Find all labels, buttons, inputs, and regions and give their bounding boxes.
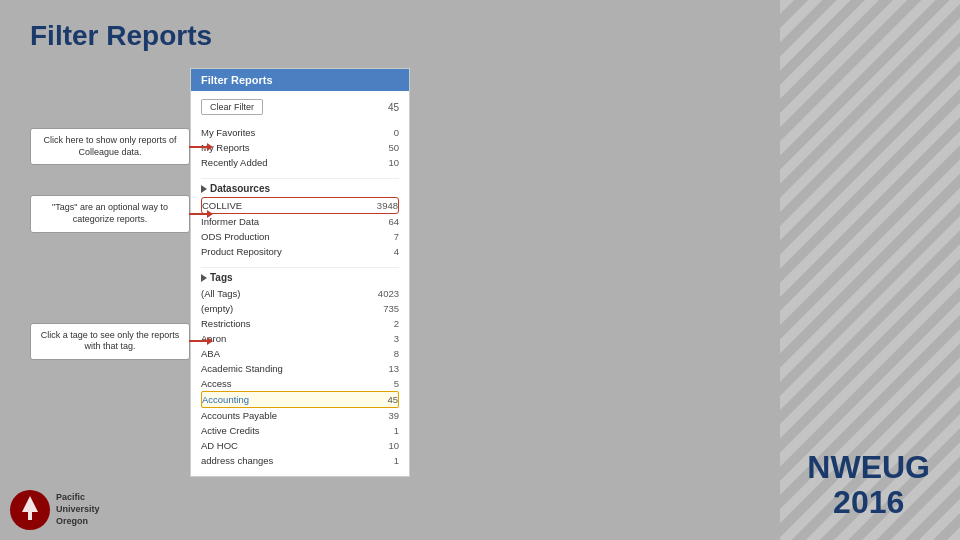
page-title: Filter Reports [30,20,930,52]
tags-label: Tags [210,272,233,283]
datasource-ods-label: ODS Production [201,231,270,242]
datasources-triangle-icon [201,185,207,193]
logo-area: Pacific University Oregon [10,490,100,530]
main-content: Filter Reports Click here to show only r… [0,0,960,540]
svg-rect-4 [28,512,32,520]
total-count: 45 [388,102,399,113]
logo-text: Pacific University Oregon [56,492,100,527]
tag-row-7[interactable]: Accounting45 [201,391,399,408]
tag-count-11: 1 [394,455,399,466]
tag-row-6[interactable]: Access5 [201,376,399,391]
tag-row-0[interactable]: (All Tags)4023 [201,286,399,301]
tag-count-4: 8 [394,348,399,359]
tag-label-9: Active Credits [201,425,260,436]
tag-row-3[interactable]: Aaron3 [201,331,399,346]
tag-label-11: address changes [201,455,273,466]
clear-filter-button[interactable]: Clear Filter [201,99,263,115]
tag-row-1[interactable]: (empty)735 [201,301,399,316]
datasource-collive-count: 3948 [377,200,398,211]
tag-label-8: Accounts Payable [201,410,277,421]
datasource-product-label: Product Repository [201,246,282,257]
tag-label-2: Restrictions [201,318,251,329]
my-reports-row[interactable]: My Reports 50 [201,140,399,155]
logo-circle [10,490,50,530]
tag-label-4: ABA [201,348,220,359]
tag-count-8: 39 [388,410,399,421]
callouts-column: Click here to show only reports of Colle… [30,68,190,477]
tag-row-10[interactable]: AD HOC10 [201,438,399,453]
my-favorites-row[interactable]: My Favorites 0 [201,125,399,140]
tag-label-7: Accounting [202,394,249,405]
recently-added-label: Recently Added [201,157,268,168]
tags-list: (All Tags)4023(empty)735Restrictions2Aar… [201,286,399,468]
callout-tags: "Tags" are an optional way to categorize… [30,195,190,232]
tag-row-2[interactable]: Restrictions2 [201,316,399,331]
tag-count-6: 5 [394,378,399,389]
datasource-informer-row[interactable]: Informer Data 64 [201,214,399,229]
tag-label-10: AD HOC [201,440,238,451]
clear-filter-row: Clear Filter 45 [201,99,399,115]
datasource-collive-row[interactable]: COLLIVE 3948 [201,197,399,214]
tag-count-3: 3 [394,333,399,344]
datasource-product-count: 4 [394,246,399,257]
tags-triangle-icon [201,274,207,282]
tags-header[interactable]: Tags [201,267,399,286]
filter-panel-header: Filter Reports [191,69,409,91]
tag-count-1: 735 [383,303,399,314]
datasource-informer-count: 64 [388,216,399,227]
my-reports-count: 50 [388,142,399,153]
callout-arrow-3 [189,340,209,342]
callout-tag-click: Click a tage to see only the reports wit… [30,323,190,360]
tag-label-6: Access [201,378,232,389]
tag-row-4[interactable]: ABA8 [201,346,399,361]
datasources-label: Datasources [210,183,270,194]
recently-added-count: 10 [388,157,399,168]
bottom-area: Pacific University Oregon [10,490,100,530]
filter-panel-body: Clear Filter 45 My Favorites 0 My Report… [191,91,409,476]
tag-label-1: (empty) [201,303,233,314]
tag-row-11[interactable]: address changes1 [201,453,399,468]
tag-row-9[interactable]: Active Credits1 [201,423,399,438]
callout-arrow-2 [189,213,209,215]
filter-panel: Filter Reports Clear Filter 45 My Favori… [190,68,410,477]
tag-label-0: (All Tags) [201,288,240,299]
tag-count-0: 4023 [378,288,399,299]
tag-count-5: 13 [388,363,399,374]
datasource-product-row[interactable]: Product Repository 4 [201,244,399,259]
tag-row-8[interactable]: Accounts Payable39 [201,408,399,423]
datasource-ods-count: 7 [394,231,399,242]
recently-added-row[interactable]: Recently Added 10 [201,155,399,170]
callout-arrow-1 [189,146,209,148]
callout-colleague: Click here to show only reports of Colle… [30,128,190,165]
tag-count-9: 1 [394,425,399,436]
datasources-header[interactable]: Datasources [201,178,399,197]
tag-count-10: 10 [388,440,399,451]
tag-row-5[interactable]: Academic Standing13 [201,361,399,376]
my-favorites-label: My Favorites [201,127,255,138]
my-favorites-count: 0 [394,127,399,138]
tag-count-7: 45 [387,394,398,405]
tag-label-5: Academic Standing [201,363,283,374]
datasource-ods-row[interactable]: ODS Production 7 [201,229,399,244]
screenshot-area: Click here to show only reports of Colle… [30,68,930,477]
tag-count-2: 2 [394,318,399,329]
